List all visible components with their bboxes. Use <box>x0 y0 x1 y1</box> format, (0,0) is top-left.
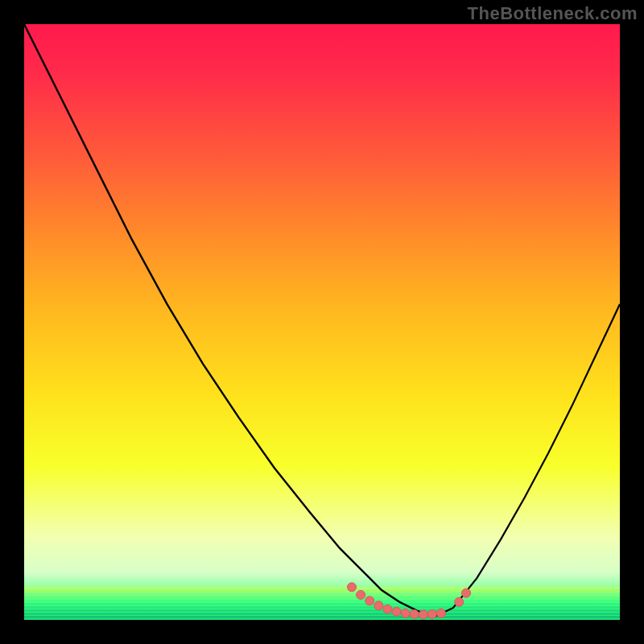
highlight-marker <box>357 590 365 599</box>
highlight-marker <box>365 597 374 605</box>
highlight-marker <box>455 597 464 606</box>
highlight-marker <box>419 610 427 619</box>
plot-area <box>24 24 620 620</box>
highlight-marker <box>427 609 436 618</box>
right-ascending-curve <box>436 304 620 617</box>
highlight-marker <box>401 609 410 617</box>
curve-paths <box>24 24 620 617</box>
highlight-markers <box>348 583 471 619</box>
chart-frame: TheBottleneck.com <box>0 0 644 644</box>
highlight-marker <box>383 605 392 613</box>
highlight-marker <box>437 609 446 617</box>
highlight-marker <box>348 583 357 592</box>
curve-layer <box>24 24 620 620</box>
highlight-marker <box>410 609 419 618</box>
highlight-marker <box>462 588 471 597</box>
watermark-text: TheBottleneck.com <box>468 3 638 24</box>
highlight-marker <box>374 601 383 610</box>
highlight-marker <box>392 607 401 616</box>
left-descending-curve <box>24 24 436 617</box>
